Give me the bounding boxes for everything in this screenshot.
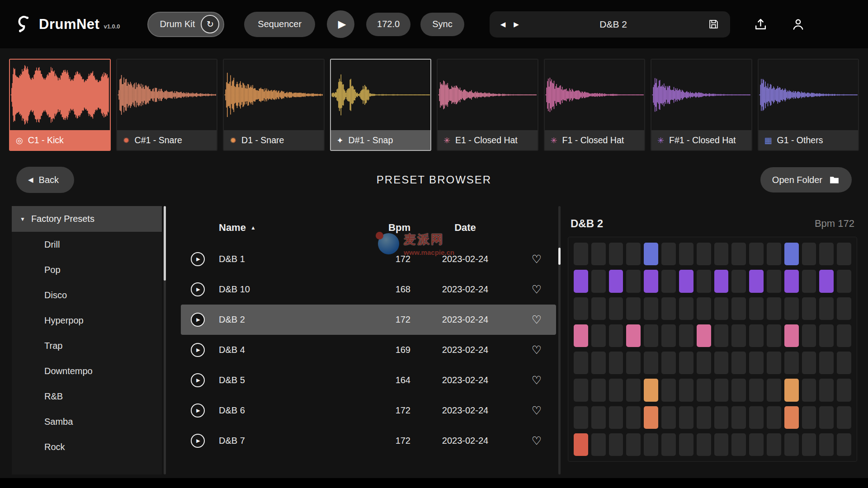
- favorite-heart-button[interactable]: ♡: [517, 283, 556, 296]
- main-content: ▼ Factory Presets DrillPopDiscoHyperpopT…: [0, 200, 868, 474]
- step-1-3: [626, 270, 641, 292]
- preset-row-d-b-2[interactable]: ▶D&B 21722023-02-24♡: [181, 305, 556, 335]
- play-button[interactable]: ▶: [327, 10, 354, 38]
- pad-label-bar: ✳F1 - Closed Hat: [545, 130, 645, 150]
- preset-bpm: 172: [363, 254, 413, 264]
- user-account-icon[interactable]: [791, 17, 805, 31]
- sort-ascending-icon: ▲: [250, 225, 256, 231]
- preview-play-button[interactable]: ▶: [191, 282, 205, 296]
- step-2-2: [609, 297, 623, 320]
- preview-play-button[interactable]: ▶: [191, 313, 205, 327]
- favorite-heart-button[interactable]: ♡: [517, 343, 556, 357]
- preset-bpm: 164: [363, 375, 413, 385]
- back-button[interactable]: ◀ Back: [16, 167, 74, 193]
- preset-name: D&B 1: [219, 254, 363, 264]
- step-4-8: [714, 352, 729, 374]
- step-3-15: [837, 324, 851, 347]
- pad-f1-closed-hat[interactable]: ✳F1 - Closed Hat: [544, 59, 646, 151]
- sidebar-scrollbar[interactable]: [164, 206, 166, 474]
- step-0-4: [644, 243, 658, 265]
- sidebar-item-drill[interactable]: Drill: [12, 232, 162, 257]
- preset-row-d-b-4[interactable]: ▶D&B 41692023-02-24♡: [181, 335, 556, 365]
- preset-row-d-b-6[interactable]: ▶D&B 61722023-02-24♡: [181, 395, 556, 426]
- step-2-15: [837, 297, 851, 320]
- step-6-6: [679, 406, 693, 429]
- pad-d1-snare[interactable]: ✹D1 - Snare: [223, 59, 325, 151]
- favorite-heart-button[interactable]: ♡: [517, 434, 556, 447]
- preset-row-d-b-10[interactable]: ▶D&B 101682023-02-24♡: [181, 274, 556, 305]
- name-column-header[interactable]: Name ▲: [219, 222, 363, 234]
- factory-presets-header[interactable]: ▼ Factory Presets: [12, 206, 162, 232]
- preview-play-button[interactable]: ▶: [191, 252, 205, 266]
- step-5-14: [819, 379, 834, 401]
- preview-play-button[interactable]: ▶: [191, 404, 205, 418]
- step-3-2: [609, 324, 623, 347]
- preset-browser-bar: PRESET BROWSER ◀ Back Open Folder: [0, 160, 868, 200]
- prev-preset-button[interactable]: ◀: [500, 20, 506, 28]
- favorite-heart-button[interactable]: ♡: [517, 253, 556, 266]
- step-4-0: [574, 352, 588, 374]
- step-3-1: [591, 324, 606, 347]
- preset-row-d-b-1[interactable]: ▶D&B 11722023-02-24♡: [181, 244, 556, 274]
- date-column-header[interactable]: Date: [413, 222, 517, 234]
- sequencer-tab[interactable]: Sequencer: [244, 12, 315, 37]
- preset-list: Name ▲ Bpm Date ▶D&B 11722023-02-24♡▶D&B…: [169, 206, 561, 474]
- export-icon[interactable]: [754, 17, 768, 31]
- favorite-heart-button[interactable]: ♡: [517, 313, 556, 326]
- drum-kit-tab[interactable]: Drum Kit ↻: [147, 12, 225, 37]
- sample-pad-row: ◎C1 - Kick✹C#1 - Snare✹D1 - Snare✦D#1 - …: [0, 48, 868, 160]
- bpm-display[interactable]: 172.0: [366, 13, 410, 36]
- sidebar-item-hyperpop[interactable]: Hyperpop: [12, 308, 162, 333]
- step-4-7: [697, 352, 711, 374]
- step-2-3: [626, 297, 641, 320]
- preset-name: D&B 10: [219, 284, 363, 295]
- sidebar-item-trap[interactable]: Trap: [12, 333, 162, 358]
- open-folder-button[interactable]: Open Folder: [760, 167, 852, 192]
- pad-e1-closed-hat[interactable]: ✳E1 - Closed Hat: [437, 59, 538, 151]
- reload-kit-button[interactable]: ↻: [201, 15, 219, 33]
- pad-c-1-snare[interactable]: ✹C#1 - Snare: [116, 59, 218, 151]
- step-4-14: [819, 352, 834, 374]
- step-7-9: [731, 433, 746, 456]
- sidebar-scrollbar-thumb[interactable]: [164, 206, 166, 281]
- preset-row-d-b-7[interactable]: ▶D&B 71722023-02-24♡: [181, 426, 556, 456]
- sync-button[interactable]: Sync: [420, 13, 464, 36]
- sidebar-item-pop[interactable]: Pop: [12, 257, 162, 282]
- sidebar-item-r-b[interactable]: R&B: [12, 384, 162, 409]
- preview-play-button[interactable]: ▶: [191, 343, 205, 357]
- step-6-0: [574, 406, 588, 429]
- sidebar-item-rock[interactable]: Rock: [12, 434, 162, 460]
- pad-name: G1 - Others: [777, 135, 823, 145]
- snare-icon: ✹: [230, 136, 236, 145]
- pad-c1-kick[interactable]: ◎C1 - Kick: [9, 59, 111, 151]
- pad-f-1-closed-hat[interactable]: ✳F#1 - Closed Hat: [651, 59, 752, 151]
- step-4-5: [661, 352, 676, 374]
- preset-list-scrollbar-thumb[interactable]: [558, 248, 561, 265]
- bpm-column-header[interactable]: Bpm: [363, 222, 413, 234]
- step-2-7: [697, 297, 711, 320]
- step-5-10: [749, 379, 764, 401]
- pad-d-1-snap[interactable]: ✦D#1 - Snap: [330, 59, 432, 151]
- sidebar-item-samba[interactable]: Samba: [12, 409, 162, 434]
- step-6-3: [626, 406, 641, 429]
- favorite-heart-button[interactable]: ♡: [517, 374, 556, 387]
- sequencer-label: Sequencer: [258, 19, 302, 29]
- next-preset-button[interactable]: ▶: [514, 20, 519, 28]
- preview-play-button[interactable]: ▶: [191, 373, 205, 387]
- preset-list-scrollbar[interactable]: [558, 206, 561, 474]
- save-preset-icon[interactable]: [708, 19, 719, 30]
- step-4-1: [591, 352, 606, 374]
- preset-date: 2023-02-24: [413, 345, 517, 355]
- step-2-9: [731, 297, 746, 320]
- step-1-7: [697, 270, 711, 292]
- preset-row-d-b-5[interactable]: ▶D&B 51642023-02-24♡: [181, 365, 556, 395]
- step-1-2: [609, 270, 623, 292]
- favorite-heart-button[interactable]: ♡: [517, 404, 556, 417]
- pad-g1-others[interactable]: ▦G1 - Others: [758, 59, 859, 151]
- sidebar-item-disco[interactable]: Disco: [12, 282, 162, 308]
- preview-play-button[interactable]: ▶: [191, 434, 205, 448]
- hat-icon: ✳: [443, 136, 450, 145]
- sidebar-item-downtempo[interactable]: Downtempo: [12, 358, 162, 384]
- step-grid: [568, 237, 857, 462]
- step-7-2: [609, 433, 623, 456]
